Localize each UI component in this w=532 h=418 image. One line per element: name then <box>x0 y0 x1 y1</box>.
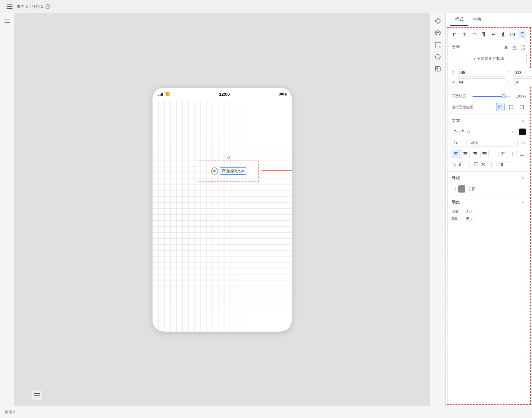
shadow-label: 阴影 <box>468 186 476 192</box>
text-vert-bottom[interactable] <box>518 150 526 158</box>
bottom-info: 页面 2 <box>5 410 15 415</box>
distribute-v-btn[interactable] <box>518 30 526 39</box>
fontsize-input[interactable] <box>452 139 467 147</box>
distribute-h-btn[interactable] <box>508 30 517 39</box>
svg-rect-50 <box>521 34 523 35</box>
text-align-justify[interactable] <box>480 150 489 158</box>
fixed-position-row: 运行固定位置 <box>447 101 530 114</box>
font-color-swatch[interactable] <box>519 128 526 135</box>
shadow-checkbox[interactable] <box>452 187 456 191</box>
anim-value-selector[interactable]: 无 ∨ <box>466 209 473 214</box>
element-icon <box>211 167 218 175</box>
w-input[interactable] <box>457 78 506 86</box>
svg-line-13 <box>438 32 440 33</box>
animation-delay-row: 延时 无 ∨ <box>447 215 530 223</box>
delay-chevron: ∨ <box>471 217 473 221</box>
delay-value: 无 <box>466 216 470 222</box>
x-label: X <box>452 71 456 75</box>
align-center-btn[interactable] <box>461 30 469 39</box>
svg-rect-46 <box>514 33 515 36</box>
fixed-pos-btn-3[interactable] <box>518 103 526 111</box>
text-align-left[interactable] <box>452 150 460 158</box>
align-middle-btn[interactable] <box>489 30 498 39</box>
svg-marker-72 <box>502 153 504 154</box>
alignment-row <box>447 28 530 41</box>
delay-label: 延时 <box>452 216 464 222</box>
svg-rect-61 <box>463 152 467 153</box>
y-input[interactable] <box>513 69 532 77</box>
animation-collapse[interactable]: ∧ <box>519 199 526 205</box>
font-weight-label: 标准 <box>471 141 478 146</box>
bottom-left-menu[interactable] <box>32 390 42 400</box>
line-height-input[interactable] <box>480 161 492 168</box>
x-input[interactable] <box>457 69 506 77</box>
text-vert-middle[interactable] <box>508 150 516 158</box>
tab-link[interactable]: 链接 <box>468 13 486 26</box>
target-tool[interactable] <box>432 16 443 26</box>
expand-btn[interactable] <box>519 44 526 51</box>
shadow-preview[interactable] <box>458 185 465 193</box>
y-label: Y <box>508 71 512 75</box>
font-selector[interactable]: PingFang ... ∨ <box>452 128 516 136</box>
settings-gear[interactable]: ⚙ <box>45 4 50 9</box>
align-top-btn[interactable] <box>480 30 488 39</box>
eye-btn[interactable] <box>503 44 509 51</box>
menu-icon[interactable] <box>5 2 14 11</box>
new-state-button[interactable]: + + 新建组件状态 <box>451 54 527 63</box>
svg-rect-47 <box>512 33 513 35</box>
w-label: W <box>452 80 456 84</box>
text-settings-gear[interactable]: ⚙ <box>520 140 526 146</box>
bottom-bar: 页面 2 <box>0 406 532 418</box>
delay-value-selector[interactable]: 无 ∨ <box>466 216 473 222</box>
sidebar-menu-icon[interactable] <box>2 16 13 26</box>
svg-rect-38 <box>484 33 485 36</box>
font-weight-selector[interactable]: 标准 ∨ <box>469 139 518 147</box>
cube-tool[interactable] <box>432 28 443 38</box>
letter-spacing-input[interactable] <box>458 161 470 168</box>
align-right-btn[interactable] <box>470 30 479 39</box>
text-align-center[interactable] <box>461 150 470 158</box>
anim-value: 无 <box>466 209 470 214</box>
svg-point-18 <box>435 46 436 48</box>
svg-point-16 <box>435 42 436 43</box>
svg-rect-32 <box>463 35 467 35</box>
panel-content: 文字 + + 新建组件状态 <box>447 27 531 405</box>
font-name: PingFang ... <box>454 130 474 134</box>
h-input[interactable] <box>513 78 532 86</box>
svg-rect-28 <box>454 33 456 34</box>
fixed-pos-btn-1[interactable] <box>496 103 505 111</box>
text-section-collapse[interactable]: ∧ <box>519 118 526 124</box>
opacity-value: 100 % <box>514 94 526 98</box>
svg-rect-27 <box>453 33 454 36</box>
resize-tool[interactable] <box>432 39 443 50</box>
svg-rect-70 <box>501 152 505 152</box>
layout-tool[interactable] <box>432 63 443 74</box>
svg-rect-64 <box>473 152 477 153</box>
align-left-btn[interactable] <box>451 30 459 39</box>
tab-style[interactable]: 样式 <box>450 13 468 26</box>
lock-btn[interactable] <box>511 44 518 51</box>
align-bottom-btn[interactable] <box>499 30 507 39</box>
appearance-title: 外观 <box>452 175 460 181</box>
element-text[interactable]: 双击编辑文本 <box>220 167 246 175</box>
arrow-line <box>262 170 292 171</box>
spacing-row: |A| A↕ ↕ <box>447 159 530 170</box>
rotate-handle[interactable]: ↺ <box>227 155 230 160</box>
svg-rect-74 <box>512 152 513 156</box>
paragraph-spacing-input[interactable] <box>499 161 511 168</box>
svg-rect-42 <box>502 36 505 36</box>
opacity-slider[interactable] <box>473 96 511 97</box>
svg-rect-34 <box>473 33 476 34</box>
svg-rect-65 <box>474 153 477 154</box>
text-align-right[interactable] <box>471 150 479 158</box>
emoji-tool[interactable] <box>432 51 443 62</box>
text-vert-top[interactable] <box>499 150 507 158</box>
animation-title: 动效 <box>452 199 460 205</box>
fixed-pos-btn-2[interactable] <box>507 103 515 111</box>
svg-rect-40 <box>493 33 493 36</box>
svg-point-22 <box>438 56 439 57</box>
appearance-collapse[interactable]: ∧ <box>519 175 526 181</box>
selected-text-element[interactable]: ↺ 双击编辑文本 <box>199 161 259 181</box>
svg-rect-33 <box>476 33 476 36</box>
text-section-title: 文本 <box>452 118 460 123</box>
